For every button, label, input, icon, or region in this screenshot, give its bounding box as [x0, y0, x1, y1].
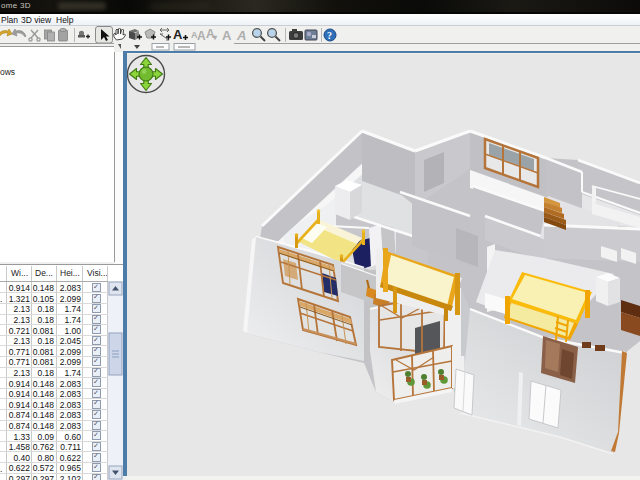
- svg-text:?: ?: [327, 30, 332, 41]
- svg-text:A: A: [173, 27, 183, 42]
- svg-text:A: A: [197, 29, 206, 43]
- svg-text:▾: ▾: [212, 33, 218, 42]
- svg-text:A: A: [236, 28, 246, 43]
- svg-text:A: A: [222, 28, 232, 43]
